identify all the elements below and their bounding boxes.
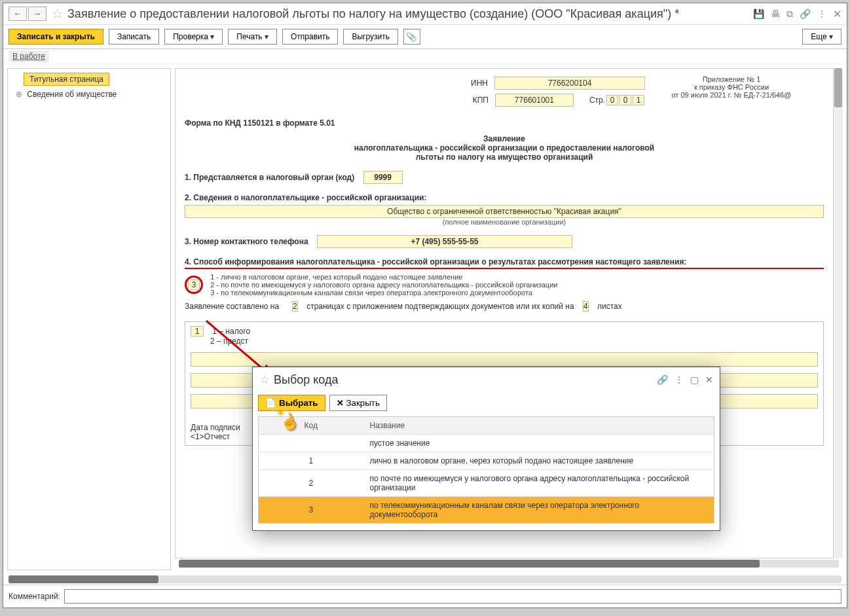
save-close-button[interactable]: Записать и закрыть (9, 29, 103, 45)
footer: Комментарий: (3, 585, 847, 607)
sign-note: <1>Отчест (191, 432, 230, 441)
comment-input[interactable] (64, 589, 841, 604)
tax-code-input[interactable]: 9999 (363, 171, 403, 184)
check-button[interactable]: Проверка (164, 29, 223, 45)
nav-hscroll[interactable] (9, 575, 841, 585)
save-button[interactable]: Записать (109, 29, 159, 45)
section-3: 3. Номер контактного телефона +7 (495) 5… (185, 235, 824, 248)
signer-field-1[interactable] (191, 352, 818, 367)
way-options: 1 - лично в налоговом органе, через кото… (210, 273, 557, 297)
comment-label: Комментарий: (9, 592, 60, 601)
way-code-input[interactable]: 3 (188, 280, 200, 290)
sign-date-label: Дата подписи (191, 423, 240, 432)
menu-dots-icon[interactable]: ⋮ (817, 9, 826, 19)
signer-type-input[interactable]: 1 (191, 326, 204, 336)
content-hscroll[interactable] (179, 560, 839, 569)
content-vscroll[interactable] (834, 68, 843, 558)
form-heading-3: льготы по налогу на имущество организаци… (185, 153, 824, 162)
signer-opt2: 2 – предст (210, 336, 248, 346)
code-picker-dialog: ☆ Выбор кода 🔗 ⋮ ▢ ✕ 📄 Выбрать ✕ Закрыть (252, 367, 720, 531)
more-button[interactable]: Еще (802, 29, 841, 45)
print-icon[interactable]: 🖶 (771, 9, 780, 19)
section-1: 1. Представляется в налоговый орган (код… (185, 171, 824, 184)
dialog-close-icon[interactable]: ✕ (705, 374, 713, 385)
app-window: ← → ☆ Заявление о предоставлении налогов… (3, 3, 847, 608)
kpp-label: КПП (443, 96, 489, 105)
table-row[interactable]: 1 лично в налоговом органе, через которы… (259, 452, 714, 470)
dialog-maximize-icon[interactable]: ▢ (690, 374, 699, 385)
knd-code: Форма по КНД 1150121 в формате 5.01 (185, 118, 824, 128)
table-row[interactable]: пустое значение (259, 435, 714, 452)
org-name-hint: (полное наименование организации) (185, 218, 824, 226)
org-name-input[interactable]: Общество с ограниченной ответственностью… (185, 205, 824, 218)
nav-title-page[interactable]: Титульная страница (24, 73, 109, 86)
inn-input[interactable]: 7766200104 (494, 77, 645, 90)
status-row: В работе (3, 49, 847, 64)
dialog-select-button[interactable]: 📄 Выбрать (258, 395, 325, 411)
attachments-count-input[interactable]: 4 (583, 301, 589, 312)
select-list-icon: 📄 (265, 398, 276, 408)
col-code-header[interactable]: Код (259, 417, 363, 435)
inn-label: ИНН (442, 79, 488, 88)
forward-button[interactable]: → (28, 7, 46, 21)
code-table: Код Название пустое значение 1 лично в н… (258, 416, 714, 524)
table-row[interactable]: 2 по почте по имеющемуся у налогового ор… (259, 470, 714, 497)
nav-pane: Титульная страница ⊕ Сведения об имущест… (7, 68, 171, 570)
print-button[interactable]: Печать (228, 29, 277, 45)
page-label: Стр. (589, 96, 605, 105)
main-toolbar: Записать и закрыть Записать Проверка Печ… (3, 25, 847, 49)
dialog-link-icon[interactable]: 🔗 (657, 374, 668, 385)
section-2: 2. Сведения о налогоплательщике - россий… (185, 193, 824, 202)
favorite-star-icon[interactable]: ☆ (52, 6, 64, 22)
page-d3: 1 (633, 95, 644, 105)
titlebar: ← → ☆ Заявление о предоставлении налогов… (3, 3, 847, 25)
expand-icon[interactable]: ⊕ (16, 90, 22, 99)
page-d1: 0 (606, 95, 618, 105)
form-heading-2: налогоплательщика - российской организац… (185, 143, 824, 153)
send-button[interactable]: Отправить (282, 29, 339, 45)
status-link[interactable]: В работе (9, 50, 49, 62)
save-icon[interactable]: 💾 (753, 9, 764, 19)
section-4: 4. Способ информирования налогоплательщи… (185, 257, 824, 269)
close-x-icon: ✕ (337, 398, 344, 408)
dialog-title: Выбор кода (274, 373, 657, 387)
dialog-close-button[interactable]: ✕ Закрыть (329, 395, 387, 411)
back-button[interactable]: ← (9, 7, 27, 21)
kpp-input[interactable]: 776601001 (495, 94, 574, 107)
page-d2: 0 (619, 95, 631, 105)
table-row-selected[interactable]: 3 по телекоммуникационным каналам связи … (259, 497, 714, 524)
window-title: Заявление о предоставлении налоговой льг… (67, 7, 753, 21)
attachment-button[interactable]: 📎 (403, 29, 420, 45)
window-icon[interactable]: ⧉ (786, 9, 793, 20)
pages-row: Заявление составлено на 2 страницах с пр… (185, 302, 824, 311)
nav-property-info[interactable]: ⊕ Сведения об имуществе (12, 88, 166, 100)
pages-count-input[interactable]: 2 (292, 301, 298, 312)
link-icon[interactable]: 🔗 (800, 9, 811, 19)
close-icon[interactable]: ✕ (833, 8, 841, 20)
appendix-note: Приложение № 1 к приказу ФНС России от 0… (656, 75, 807, 99)
signer-opt1: 1 – налого (212, 327, 250, 336)
phone-input[interactable]: +7 (495) 555-55-55 (317, 235, 572, 248)
nav-property-label: Сведения об имуществе (27, 90, 117, 99)
form-heading-1: Заявление (185, 134, 824, 143)
dialog-star-icon[interactable]: ☆ (259, 372, 270, 387)
dialog-menu-icon[interactable]: ⋮ (674, 374, 684, 385)
col-name-header[interactable]: Название (363, 417, 714, 435)
way-code-highlight: 3 (185, 276, 203, 294)
export-button[interactable]: Выгрузить (343, 29, 398, 45)
